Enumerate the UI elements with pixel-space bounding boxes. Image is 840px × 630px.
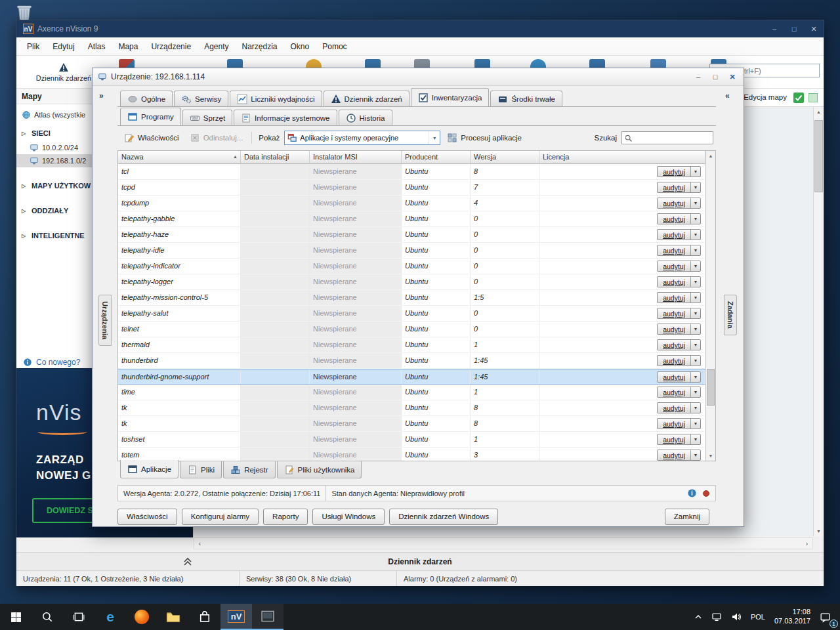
main-title-bar[interactable]: nV Axence nVision 9 – □ ✕ [16, 20, 824, 37]
menu-item[interactable]: Edytuj [46, 37, 81, 56]
scroll-thumb[interactable] [707, 369, 715, 406]
expand-tasks-panel-icon[interactable]: « [725, 91, 730, 100]
table-row[interactable]: tcpdump Niewspierane Ubuntu 4 audytuj ▼ [118, 196, 705, 211]
store-icon[interactable] [189, 604, 220, 630]
firefox-icon[interactable] [126, 604, 158, 630]
tab-ogolne[interactable]: Ogólne [120, 91, 173, 106]
taskbar-search-icon[interactable] [32, 604, 63, 630]
column-header-licencja[interactable]: Licencja [539, 151, 705, 164]
map-horizontal-scrollbar[interactable]: ‹ › [194, 537, 813, 549]
device-close-button[interactable]: ✕ [724, 70, 741, 84]
table-row[interactable]: telepathy-mission-control-5 Niewspierane… [118, 290, 705, 306]
menu-item[interactable]: Narzędzia [235, 37, 284, 56]
properties-toolbutton[interactable]: Właściwości [120, 131, 183, 144]
subtab-sprzet[interactable]: Sprzęt [182, 110, 232, 125]
application-filter-select[interactable]: Aplikacje i systemy operacyjne ▼ [284, 131, 440, 145]
uninstall-toolbutton[interactable]: Odinstaluj... [186, 131, 247, 144]
audit-license-button[interactable]: audytuj ▼ [657, 198, 701, 209]
column-header-wersja[interactable]: Wersja [471, 151, 539, 164]
dropdown-arrow-icon[interactable]: ▼ [690, 198, 700, 208]
dropdown-arrow-icon[interactable]: ▼ [690, 277, 700, 287]
device-title-bar[interactable]: Urządzenie: 192.168.1.114 – □ ✕ [93, 68, 744, 86]
dropdown-arrow-icon[interactable]: ▼ [690, 450, 700, 460]
dropdown-arrow-icon[interactable]: ▼ [690, 356, 700, 366]
audit-license-button[interactable]: audytuj ▼ [657, 213, 701, 224]
menu-item[interactable]: Urządzenie [144, 37, 198, 56]
task-view-icon[interactable] [63, 604, 94, 630]
devices-rail-tab[interactable]: Urządzenia [98, 295, 112, 346]
expand-panel-icon[interactable] [183, 556, 192, 567]
programs-search-input[interactable] [621, 131, 713, 144]
scroll-right-icon[interactable]: › [801, 538, 812, 549]
table-row[interactable]: tk Niewspierane Ubuntu 8 audytuj ▼ [118, 416, 705, 432]
dropdown-arrow-icon[interactable]: ▼ [690, 308, 700, 318]
audit-license-button[interactable]: audytuj ▼ [657, 387, 701, 398]
tab-dziennik-zdarzen[interactable]: Dziennik zdarzeń [324, 91, 410, 106]
tab-srodki-trwale[interactable]: Środki trwałe [490, 91, 562, 106]
scroll-down-icon[interactable]: ▼ [814, 526, 824, 536]
audit-license-button[interactable]: audytuj ▼ [657, 324, 701, 335]
device-minimize-button[interactable]: – [690, 70, 707, 84]
subtab-informacje-systemowe[interactable]: Informacje systemowe [234, 110, 337, 125]
subtab-programy[interactable]: Programy [120, 108, 181, 125]
tab-serwisy[interactable]: Serwisy [174, 91, 228, 106]
dropdown-arrow-icon[interactable]: ▼ [690, 403, 700, 413]
menu-item[interactable]: Okno [284, 37, 316, 56]
dropdown-arrow-icon[interactable]: ▼ [690, 293, 700, 303]
nvision-taskbar-button[interactable]: nV [220, 604, 252, 630]
bottomtab-pliki-uzytkownika[interactable]: Pliki użytkownika [277, 461, 362, 478]
scroll-thumb[interactable] [814, 120, 823, 192]
network-tray-icon[interactable] [711, 612, 722, 622]
table-row[interactable]: thermald Niewspierane Ubuntu 1 audytuj ▼ [118, 337, 705, 353]
scroll-left-icon[interactable]: ‹ [194, 538, 205, 549]
table-row[interactable]: telepathy-haze Niewspierane Ubuntu 0 aud… [118, 227, 705, 243]
tree-expand-icon[interactable]: ▷ [22, 183, 28, 189]
start-button[interactable] [0, 604, 32, 630]
configure-alarms-button[interactable]: Konfiguruj alarmy [182, 509, 259, 525]
table-row[interactable]: time Niewspierane Ubuntu 1 audytuj ▼ [118, 385, 705, 400]
dropdown-arrow-icon[interactable]: ▼ [429, 131, 440, 144]
main-close-button[interactable]: ✕ [804, 20, 824, 37]
whats-new-link[interactable]: Co nowego? [23, 358, 80, 367]
table-row[interactable]: totem Niewspierane Ubuntu 3 audytuj ▼ [118, 448, 705, 461]
scroll-up-icon[interactable]: ▲ [706, 151, 715, 161]
tree-expand-icon[interactable]: ▷ [22, 131, 28, 136]
file-explorer-icon[interactable] [158, 604, 189, 630]
tray-expand-icon[interactable] [694, 613, 702, 621]
table-row[interactable]: thunderbird Niewspierane Ubuntu 1:45 aud… [118, 353, 705, 369]
dropdown-arrow-icon[interactable]: ▼ [690, 340, 700, 350]
windows-event-log-button[interactable]: Dziennik zdarzeń Windows [389, 509, 498, 525]
expand-devices-panel-icon[interactable]: » [99, 91, 104, 100]
table-row[interactable]: telepathy-gabble Niewspierane Ubuntu 0 a… [118, 211, 705, 227]
dropdown-arrow-icon[interactable]: ▼ [690, 434, 700, 444]
table-row[interactable]: tk Niewspierane Ubuntu 8 audytuj ▼ [118, 400, 705, 416]
screenshot-viewer-taskbar-button[interactable] [252, 604, 284, 630]
audit-license-button[interactable]: audytuj ▼ [657, 402, 701, 413]
audit-license-button[interactable]: audytuj ▼ [657, 276, 701, 287]
audit-license-button[interactable]: audytuj ▼ [657, 245, 701, 256]
bottomtab-pliki[interactable]: Pliki [180, 461, 222, 478]
audit-license-button[interactable]: audytuj ▼ [657, 418, 701, 429]
volume-tray-icon[interactable] [731, 612, 742, 622]
audit-license-button[interactable]: audytuj ▼ [657, 339, 701, 350]
audit-license-button[interactable]: audytuj ▼ [657, 166, 701, 177]
table-row[interactable]: telepathy-salut Niewspierane Ubuntu 0 au… [118, 306, 705, 322]
dropdown-arrow-icon[interactable]: ▼ [690, 419, 700, 429]
dropdown-arrow-icon[interactable]: ▼ [690, 387, 700, 397]
audit-license-button[interactable]: audytuj ▼ [657, 261, 701, 272]
dropdown-arrow-icon[interactable]: ▼ [690, 261, 700, 271]
dropdown-arrow-icon[interactable]: ▼ [690, 245, 700, 255]
table-row[interactable]: telepathy-indicator Niewspierane Ubuntu … [118, 259, 705, 274]
dropdown-arrow-icon[interactable]: ▼ [690, 230, 700, 240]
scroll-down-icon[interactable]: ▼ [706, 451, 715, 461]
tree-expand-icon[interactable]: ▷ [22, 208, 28, 214]
tree-expand-icon[interactable]: ▷ [22, 233, 28, 239]
table-row[interactable]: telnet Niewspierane Ubuntu 0 audytuj ▼ [118, 322, 705, 337]
info-circle-icon[interactable] [687, 488, 697, 498]
menu-item[interactable]: Pomoc [316, 37, 353, 56]
table-row[interactable]: telepathy-logger Niewspierane Ubuntu 0 a… [118, 274, 705, 290]
audit-license-button[interactable]: audytuj ▼ [657, 355, 701, 366]
main-minimize-button[interactable]: – [765, 20, 784, 37]
subtab-historia[interactable]: Historia [339, 110, 392, 125]
menu-item[interactable]: Plik [20, 37, 46, 56]
